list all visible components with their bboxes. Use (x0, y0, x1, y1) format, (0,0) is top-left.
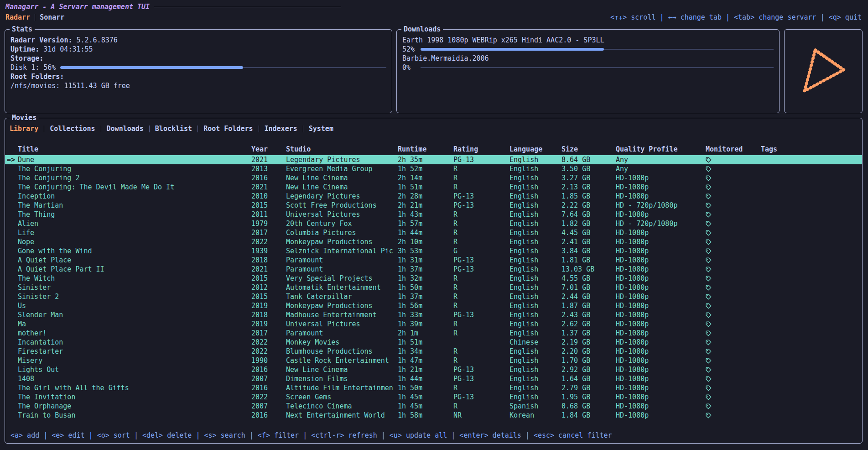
download-item[interactable]: Earth 1998 1080p WEBRip x265 Hindi AAC2.… (402, 36, 774, 54)
movie-language: English (509, 319, 561, 329)
table-row[interactable]: The Orphanage 2007 Telecinco Cinema 1h 4… (5, 402, 862, 411)
table-row[interactable]: => Dune 2021 Legendary Pictures 2h 35m P… (5, 155, 862, 164)
table-row[interactable]: The Conjuring 2 2016 New Line Cinema 2h … (5, 173, 862, 183)
column-header-year: Year (251, 145, 286, 154)
movie-title: Lights Out (18, 365, 251, 374)
movie-quality-profile: HD-1080p (616, 283, 706, 292)
table-row[interactable]: A Quiet Place Part II 2021 Paramount 1h … (5, 265, 862, 274)
table-row[interactable]: mother! 2017 Paramount 2h 1m R English 1… (5, 329, 862, 338)
movie-runtime: 1h 37m (398, 292, 453, 301)
movie-rating: NR (453, 411, 509, 420)
movie-size: 3.84 GB (561, 246, 616, 256)
table-row[interactable]: Lights Out 2016 New Line Cinema 1h 21m P… (5, 365, 862, 374)
movie-size: 4.45 GB (561, 228, 616, 237)
movie-size: 2.43 GB (561, 310, 616, 319)
monitored-tag-icon (706, 257, 712, 263)
movie-runtime: 1h 52m (398, 164, 453, 173)
movie-size: 2.44 GB (561, 292, 616, 301)
table-row[interactable]: The Conjuring 2013 Evergreen Media Group… (5, 164, 862, 173)
movie-tags (761, 356, 862, 365)
monitored-tag-icon (706, 367, 712, 373)
movie-title: Us (18, 301, 251, 310)
servarr-tab-radarr[interactable]: Radarr (5, 13, 30, 21)
movie-language: English (509, 347, 561, 356)
table-row[interactable]: Inception 2010 Legendary Pictures 2h 28m… (5, 192, 862, 201)
table-row[interactable]: The Girl with All the Gifts 2016 Altitud… (5, 383, 862, 392)
movie-tags (761, 155, 862, 164)
monitored-cell (706, 274, 761, 283)
movie-quality-profile: HD-1080p (616, 338, 706, 347)
tab-downloads[interactable]: Downloads (107, 125, 144, 133)
monitored-cell (706, 192, 761, 201)
table-row[interactable]: Slender Man 2018 Madhouse Entertainment … (5, 310, 862, 319)
table-row[interactable]: 1408 2007 Dimension Films 1h 44m PG-13 E… (5, 374, 862, 383)
movie-runtime: 1h 39m (398, 319, 453, 329)
tab-root-folders[interactable]: Root Folders (203, 125, 253, 133)
tab-system[interactable]: System (309, 125, 333, 133)
uptime-value: 31d 04:31:55 (43, 45, 93, 54)
table-row[interactable]: The Conjuring: The Devil Made Me Do It 2… (5, 183, 862, 192)
movie-language: English (509, 392, 561, 402)
table-row[interactable]: Sinister 2 2015 Tank Caterpillar 1h 37m … (5, 292, 862, 301)
movie-language: English (509, 301, 561, 310)
row-selection-indicator (5, 173, 18, 183)
movie-year: 2022 (251, 237, 286, 246)
monitored-tag-icon (706, 230, 712, 236)
movie-runtime: 1h 44m (398, 228, 453, 237)
monitored-cell (706, 265, 761, 274)
movie-rating: R (453, 356, 509, 365)
table-row[interactable]: Firestarter 2022 Blumhouse Productions 1… (5, 347, 862, 356)
movie-quality-profile: Any (616, 164, 706, 173)
tab-blocklist[interactable]: Blocklist (155, 125, 192, 133)
movie-studio: Legendary Pictures (286, 192, 398, 201)
table-row[interactable]: Gone with the Wind 1939 Selznick Interna… (5, 246, 862, 256)
movie-language: English (509, 201, 561, 210)
movie-language: English (509, 365, 561, 374)
download-item[interactable]: Barbie.Mermaidia.2006 0% (402, 54, 774, 72)
table-row[interactable]: Ma 2019 Universal Pictures 1h 39m R Engl… (5, 319, 862, 329)
movie-year: 2022 (251, 392, 286, 402)
table-row[interactable]: The Martian 2015 Scott Free Productions … (5, 201, 862, 210)
table-row[interactable]: Nope 2022 Monkeypaw Productions 2h 10m R… (5, 237, 862, 246)
movie-title: Slender Man (18, 310, 251, 319)
movie-language: English (509, 246, 561, 256)
tab-collections[interactable]: Collections (50, 125, 95, 133)
movie-runtime: 2h 28m (398, 192, 453, 201)
monitored-cell (706, 338, 761, 347)
table-row[interactable]: Sinister 2012 Automatik Entertainment 1h… (5, 283, 862, 292)
movies-panel-title: Movies (10, 113, 39, 122)
monitored-cell (706, 347, 761, 356)
tab-indexers[interactable]: Indexers (265, 125, 297, 133)
movie-studio: 20th Century Fox (286, 219, 398, 228)
table-row[interactable]: The Thing 2011 Universal Pictures 1h 43m… (5, 210, 862, 219)
row-selection-indicator (5, 338, 18, 347)
table-row[interactable]: Incantation 2022 Monkey Movies 1h 51m Ch… (5, 338, 862, 347)
table-row[interactable]: Train to Busan 2016 Next Entertainment W… (5, 411, 862, 420)
movie-rating: R (453, 383, 509, 392)
table-row[interactable]: Life 2017 Columbia Pictures 1h 44m R Eng… (5, 228, 862, 237)
row-selection-indicator (5, 383, 18, 392)
movie-tags (761, 219, 862, 228)
tab-library[interactable]: Library (10, 125, 38, 133)
table-row[interactable]: The Witch 2015 Very Special Projects 1h … (5, 274, 862, 283)
table-row[interactable]: Alien 1979 20th Century Fox 1h 57m R Eng… (5, 219, 862, 228)
movie-year: 1990 (251, 356, 286, 365)
table-row[interactable]: Us 2019 Monkeypaw Productions 1h 56m R E… (5, 301, 862, 310)
movie-studio: Monkeypaw Productions (286, 301, 398, 310)
title-rule (154, 7, 341, 7)
movie-quality-profile: HD-1080p (616, 256, 706, 265)
monitored-tag-icon (706, 358, 712, 364)
movie-runtime: 1h 43m (398, 210, 453, 219)
table-row[interactable]: The Invitation 2022 Screen Gems 1h 45m P… (5, 392, 862, 402)
keybinding-help-top: <↑↓> scroll | ←→ change tab | <tab> chan… (610, 13, 862, 21)
movie-tags (761, 237, 862, 246)
monitored-cell (706, 246, 761, 256)
download-progress-line: 0% (402, 63, 774, 72)
monitored-cell (706, 392, 761, 402)
table-row[interactable]: Misery 1990 Castle Rock Entertainment 1h… (5, 356, 862, 365)
table-row[interactable]: A Quiet Place 2018 Paramount 1h 31m PG-1… (5, 256, 862, 265)
monitored-tag-icon (706, 349, 712, 355)
servarr-tab-sonarr[interactable]: Sonarr (40, 13, 64, 21)
row-selection-indicator (5, 310, 18, 319)
movie-tags (761, 301, 862, 310)
